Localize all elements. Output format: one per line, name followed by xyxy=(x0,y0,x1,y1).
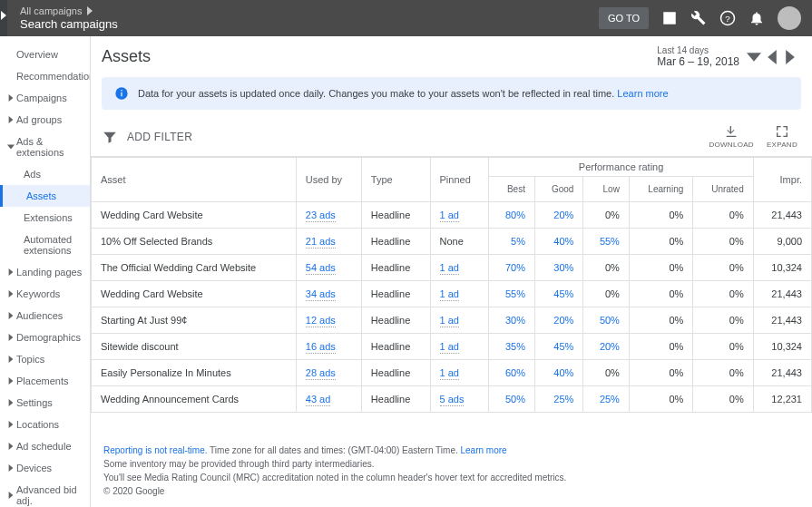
col-good[interactable]: Good xyxy=(534,177,582,202)
chevron-icon xyxy=(7,143,15,151)
cell-best[interactable]: 35% xyxy=(489,334,535,360)
cell-used-by[interactable]: 23 ads xyxy=(296,202,361,229)
cell-low[interactable]: 50% xyxy=(583,307,630,334)
sidebar-item-keywords[interactable]: Keywords xyxy=(0,283,90,305)
table-row[interactable]: 10% Off Selected Brands21 adsHeadlineNon… xyxy=(92,229,812,255)
cell-pinned[interactable]: 1 ad xyxy=(430,334,489,360)
cell-best[interactable]: 30% xyxy=(489,307,535,334)
help-icon[interactable]: ? xyxy=(719,10,736,26)
sidebar-item-devices[interactable]: Devices xyxy=(0,457,90,479)
sidebar-item-demographics[interactable]: Demographics xyxy=(0,327,90,348)
sidebar-item-campaigns[interactable]: Campaigns xyxy=(0,87,90,109)
sidebar-item-overview[interactable]: Overview xyxy=(0,44,90,65)
cell-best[interactable]: 50% xyxy=(489,386,535,413)
col-pinned[interactable]: Pinned xyxy=(430,158,489,202)
table-row[interactable]: Sitewide discount16 adsHeadline1 ad35%45… xyxy=(92,334,812,360)
table-row[interactable]: The Official Wedding Card Website54 adsH… xyxy=(92,255,812,281)
chevron-icon xyxy=(7,399,15,406)
table-row[interactable]: Starting At Just 99¢12 adsHeadline1 ad30… xyxy=(92,307,812,334)
cell-pinned[interactable]: 1 ad xyxy=(430,202,489,229)
cell-low[interactable]: 55% xyxy=(583,229,630,255)
sidebar-item-ad-schedule[interactable]: Ad schedule xyxy=(0,435,90,457)
notifications-icon[interactable] xyxy=(748,10,765,26)
cell-used-by[interactable]: 21 ads xyxy=(296,229,361,255)
col-asset[interactable]: Asset xyxy=(92,158,297,202)
cell-best[interactable]: 55% xyxy=(489,281,535,307)
reports-icon[interactable] xyxy=(661,10,678,26)
cell-best[interactable]: 80% xyxy=(489,202,535,229)
col-low[interactable]: Low xyxy=(583,177,630,202)
cell-good[interactable]: 40% xyxy=(534,360,582,386)
sidebar-item-landing-pages[interactable]: Landing pages xyxy=(0,261,90,283)
sidebar-item-settings[interactable]: Settings xyxy=(0,392,90,414)
cell-good[interactable]: 25% xyxy=(534,386,582,413)
filter-icon[interactable] xyxy=(102,129,118,145)
cell-pinned[interactable]: 1 ad xyxy=(430,255,489,281)
goto-button[interactable]: GO TO xyxy=(599,7,649,29)
cell-impr: 21,443 xyxy=(753,202,811,229)
sidebar-item-automated-extensions[interactable]: Automated extensions xyxy=(0,229,90,261)
breadcrumb[interactable]: All campaigns xyxy=(20,5,599,16)
cell-good[interactable]: 45% xyxy=(534,281,582,307)
cell-used-by[interactable]: 34 ads xyxy=(296,281,361,307)
download-button[interactable]: DOWNLOAD xyxy=(709,124,754,149)
sidebar-item-audiences[interactable]: Audiences xyxy=(0,305,90,327)
footer-learn-more-link[interactable]: Learn more xyxy=(461,445,507,455)
cell-used-by[interactable]: 28 ads xyxy=(296,360,361,386)
cell-used-by[interactable]: 54 ads xyxy=(296,255,361,281)
sidebar-item-locations[interactable]: Locations xyxy=(0,414,90,435)
col-impr[interactable]: Impr. xyxy=(753,158,811,202)
sidebar-item-extensions[interactable]: Extensions xyxy=(0,207,90,229)
next-period-icon[interactable] xyxy=(783,50,797,64)
cell-good[interactable]: 30% xyxy=(534,255,582,281)
cell-good[interactable]: 45% xyxy=(534,334,582,360)
dropdown-icon[interactable] xyxy=(747,50,761,64)
cell-pinned[interactable]: 1 ad xyxy=(430,307,489,334)
sidebar-item-advanced-bid-adj-[interactable]: Advanced bid adj. xyxy=(0,479,90,507)
cell-best[interactable]: 60% xyxy=(489,360,535,386)
cell-pinned[interactable]: 1 ad xyxy=(430,281,489,307)
sidebar-item-recommendations[interactable]: Recommendations xyxy=(0,65,90,87)
expand-button[interactable]: EXPAND xyxy=(767,124,797,149)
cell-used-by[interactable]: 12 ads xyxy=(296,307,361,334)
sidebar-item-ads-extensions[interactable]: Ads & extensions xyxy=(0,131,90,163)
sidebar-item-assets[interactable]: Assets xyxy=(0,185,90,207)
cell-good[interactable]: 20% xyxy=(534,307,582,334)
cell-used-by[interactable]: 16 ads xyxy=(296,334,361,360)
table-row[interactable]: Wedding Announcement Cards43 adHeadline5… xyxy=(92,386,812,413)
expand-panel-handle[interactable] xyxy=(0,0,7,36)
cell-best[interactable]: 5% xyxy=(489,229,535,255)
col-best[interactable]: Best xyxy=(489,177,535,202)
cell-good[interactable]: 40% xyxy=(534,229,582,255)
page-title: Assets xyxy=(102,47,657,66)
cell-pinned[interactable]: 1 ad xyxy=(430,360,489,386)
col-used-by[interactable]: Used by xyxy=(296,158,361,202)
table-row[interactable]: Wedding Card Website34 adsHeadline1 ad55… xyxy=(92,281,812,307)
sidebar-item-placements[interactable]: Placements xyxy=(0,370,90,392)
footer-reporting-link[interactable]: Reporting is not real-time. xyxy=(103,445,208,455)
banner-learn-more-link[interactable]: Learn more xyxy=(617,88,668,99)
sidebar-item-label: Recommendations xyxy=(16,71,91,82)
col-learning[interactable]: Learning xyxy=(629,177,692,202)
footer-note: Reporting is not real-time. Time zone fo… xyxy=(91,434,812,507)
col-unrated[interactable]: Unrated xyxy=(693,177,753,202)
cell-used-by[interactable]: 43 ad xyxy=(296,386,361,413)
prev-period-icon[interactable] xyxy=(765,50,779,64)
avatar[interactable] xyxy=(778,6,801,30)
sidebar-item-ad-groups[interactable]: Ad groups xyxy=(0,109,90,131)
col-type[interactable]: Type xyxy=(361,158,430,202)
cell-low: 0% xyxy=(583,281,630,307)
cell-low[interactable]: 25% xyxy=(583,386,630,413)
table-row[interactable]: Easily Personalize In Minutes28 adsHeadl… xyxy=(92,360,812,386)
cell-pinned[interactable]: 5 ads xyxy=(430,386,489,413)
tools-icon[interactable] xyxy=(690,10,707,26)
cell-best[interactable]: 70% xyxy=(489,255,535,281)
date-range-picker[interactable]: Last 14 days Mar 6 – 19, 2018 xyxy=(657,45,739,68)
cell-low[interactable]: 20% xyxy=(583,334,630,360)
table-row[interactable]: Wedding Card Website23 adsHeadline1 ad80… xyxy=(92,202,812,229)
sidebar-item-label: Landing pages xyxy=(16,267,82,278)
cell-good[interactable]: 20% xyxy=(534,202,582,229)
sidebar-item-topics[interactable]: Topics xyxy=(0,348,90,370)
sidebar-item-ads[interactable]: Ads xyxy=(0,163,90,185)
add-filter-button[interactable]: ADD FILTER xyxy=(127,131,192,143)
